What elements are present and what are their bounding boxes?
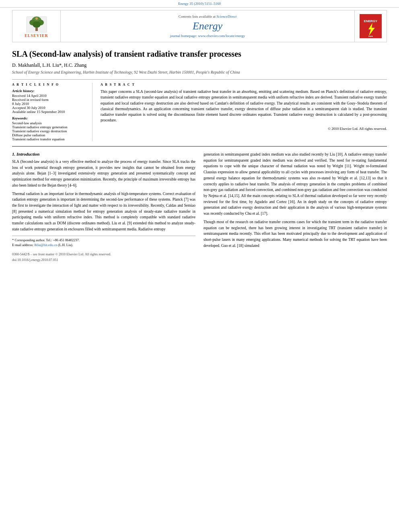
svg-text:ENERGY: ENERGY	[364, 19, 378, 23]
copyright-line: © 2010 Elsevier Ltd. All rights reserved…	[101, 127, 387, 131]
revised-date: 8 July 2010	[12, 102, 88, 106]
header-divider	[12, 79, 387, 80]
body-para-1: SLA (Second-law analysis) is a very effe…	[12, 159, 195, 189]
page-footer: 0360-5442/$ – see front matter © 2010 El…	[12, 252, 195, 263]
body-right-column: generation in semitransparent graded ind…	[204, 152, 387, 263]
footnote-area: * Corresponding author. Tel.: +86 451 86…	[12, 236, 195, 248]
abstract-column: A B S T R A C T This paper concerns a SL…	[101, 83, 387, 141]
journal-name: Energy	[193, 20, 222, 32]
sciencedirect-link[interactable]: ScienceDirect	[216, 14, 237, 18]
article-title: SLA (Second-law analysis) of transient r…	[12, 49, 387, 59]
keyword-5: Transient radiative transfer equation	[12, 137, 88, 141]
body-para-4: Though most of the research on radiative…	[204, 219, 387, 249]
body-para-3: generation in semitransparent graded ind…	[204, 152, 387, 217]
email-link[interactable]: lhliu@hit.edu.cn	[34, 243, 57, 247]
energy-logo-icon: ENERGY ●●●	[360, 14, 382, 38]
authors: D. Makhanlall, L.H. Liu*, H.C. Zhang	[12, 62, 387, 68]
elsevier-wordmark: ELSEVIER	[25, 33, 48, 38]
footer-doi: doi:10.1016/j.energy.2010.07.051	[12, 257, 195, 263]
keyword-1: Second-law analysis	[12, 121, 88, 125]
energy-logo-box: ENERGY ●●●	[354, 10, 387, 42]
keywords-label: Keywords:	[12, 116, 88, 120]
article-info-heading: A R T I C L E I N F O	[12, 83, 88, 86]
section1-title: 1. Introduction	[12, 152, 195, 156]
keyword-4: Diffuse pulse radiation	[12, 133, 88, 137]
accepted-date: Accepted 30 July 2010	[12, 106, 88, 110]
elsevier-tree-icon	[25, 14, 49, 33]
homepage-url[interactable]: www.elsevier.com/locate/energy	[198, 34, 245, 38]
corresponding-author-note: * Corresponding author. Tel.: +86 451 86…	[12, 238, 195, 243]
article-content: SLA (Second-law analysis) of transient r…	[0, 45, 399, 271]
abstract-text: This paper concerns a SLA (second-law an…	[101, 89, 387, 123]
journal-citation: Energy 35 (2010) 5151–5160	[178, 2, 221, 6]
revised-label: Received in revised form	[12, 98, 88, 102]
email-owner: (L.H. Liu).	[58, 243, 73, 247]
elsevier-logo: ELSEVIER	[12, 10, 61, 42]
sciencedirect-line: Contents lists available at ScienceDirec…	[179, 14, 237, 18]
history-label: Article history:	[12, 89, 88, 93]
journal-homepage: journal homepage: www.elsevier.com/locat…	[170, 34, 245, 38]
info-section: A R T I C L E I N F O Article history: R…	[12, 83, 387, 141]
author-list: D. Makhanlall, L.H. Liu*, H.C. Zhang	[12, 62, 86, 68]
keyword-2: Transient radiative entropy generation	[12, 125, 88, 129]
body-para-2: Thermal radiation is an important factor…	[12, 191, 195, 232]
available-date: Available online 15 September 2010	[12, 110, 88, 114]
body-columns: 1. Introduction SLA (Second-law analysis…	[12, 152, 387, 263]
keyword-3: Transient radiative exergy destruction	[12, 129, 88, 133]
body-divider	[12, 146, 387, 147]
received-date: Received 14 April 2010	[12, 94, 88, 98]
affiliation: School of Energy Science and Engineering…	[12, 70, 387, 74]
svg-rect-5	[35, 28, 38, 31]
svg-point-4	[33, 21, 41, 28]
footer-issn: 0360-5442/$ – see front matter © 2010 El…	[12, 252, 195, 257]
journal-info: Contents lists available at ScienceDirec…	[61, 10, 354, 42]
body-left-column: 1. Introduction SLA (Second-law analysis…	[12, 152, 195, 263]
svg-text:●●●: ●●●	[368, 35, 373, 37]
svg-point-6	[35, 17, 38, 20]
email-line: E-mail address: lhliu@hit.edu.cn (L.H. L…	[12, 242, 195, 248]
abstract-heading: A B S T R A C T	[101, 83, 387, 86]
article-info-column: A R T I C L E I N F O Article history: R…	[12, 83, 93, 141]
top-bar: Energy 35 (2010) 5151–5160	[0, 0, 399, 8]
journal-header: ELSEVIER Contents lists available at Sci…	[12, 10, 387, 42]
